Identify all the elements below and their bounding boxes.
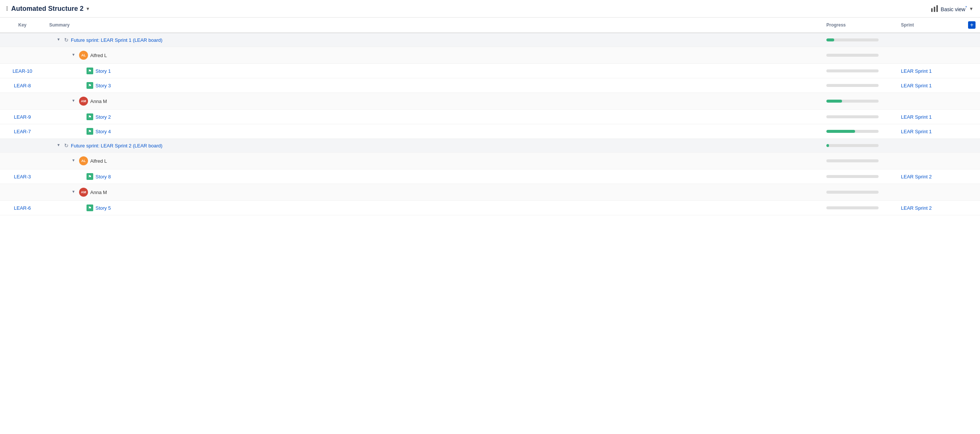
assignee-add-cell bbox=[964, 184, 980, 201]
story-summary-link[interactable]: Story 1 bbox=[95, 68, 111, 74]
story-key-link[interactable]: LEAR-6 bbox=[14, 205, 31, 211]
story-key-link[interactable]: LEAR-8 bbox=[14, 83, 31, 88]
story-key-link[interactable]: LEAR-3 bbox=[14, 174, 31, 179]
story-key-cell[interactable]: LEAR-3 bbox=[0, 169, 45, 184]
story-progress-cell bbox=[822, 110, 896, 124]
sprint-group-progress-cell bbox=[822, 139, 896, 153]
story-sprint-link[interactable]: LEAR Sprint 1 bbox=[901, 68, 932, 74]
col-header-progress: Progress bbox=[822, 18, 896, 33]
story-icon: ⚑ bbox=[86, 82, 93, 89]
table-row: LEAR-6 ⚑ Story 5 LEAR Sprint 2 bbox=[0, 201, 980, 215]
story-summary-cell: ⚑ Story 1 bbox=[45, 64, 822, 78]
sprint-group-summary-cell: ↻ Future sprint: LEAR Sprint 2 (LEAR boa… bbox=[45, 139, 822, 153]
progress-bar bbox=[826, 144, 878, 147]
sprint-group-label[interactable]: Future sprint: LEAR Sprint 2 (LEAR board… bbox=[71, 143, 162, 148]
table-header: Key Summary Progress Sprint + bbox=[0, 18, 980, 33]
progress-bar-fill bbox=[826, 100, 842, 103]
assignee-add-cell bbox=[964, 47, 980, 64]
assignee-sprint-cell bbox=[896, 153, 964, 169]
progress-bar-fill bbox=[826, 144, 829, 147]
story-summary-link[interactable]: Story 5 bbox=[95, 205, 111, 211]
sprint-group-summary-cell: ↻ Future sprint: LEAR Sprint 1 (LEAR boa… bbox=[45, 33, 822, 47]
assignee-name: Alfred L bbox=[90, 53, 107, 58]
col-header-add[interactable]: + bbox=[964, 18, 980, 33]
story-key-link[interactable]: LEAR-9 bbox=[14, 114, 31, 120]
progress-bar bbox=[826, 69, 878, 72]
progress-bar bbox=[826, 130, 878, 133]
sprint-group-chevron[interactable] bbox=[57, 37, 62, 43]
structure-icon: ⁞ bbox=[6, 5, 8, 13]
story-summary-link[interactable]: Story 2 bbox=[95, 114, 111, 120]
table-row: AL Alfred L bbox=[0, 47, 980, 64]
sprint-group-chevron[interactable] bbox=[57, 143, 62, 148]
sprint-group-label[interactable]: Future sprint: LEAR Sprint 1 (LEAR board… bbox=[71, 37, 162, 43]
progress-bar bbox=[826, 54, 878, 57]
avatar: AM bbox=[79, 188, 88, 197]
assignee-chevron[interactable] bbox=[72, 99, 77, 104]
sprint-group-progress-cell bbox=[822, 33, 896, 47]
story-key-link[interactable]: LEAR-10 bbox=[13, 68, 32, 74]
view-bar-3 bbox=[936, 5, 938, 12]
view-mode-icon bbox=[931, 5, 938, 12]
story-progress-cell bbox=[822, 64, 896, 78]
view-dropdown-icon[interactable]: ▾ bbox=[970, 6, 972, 11]
avatar: AL bbox=[79, 156, 88, 165]
story-summary-cell: ⚑ Story 8 bbox=[45, 169, 822, 184]
table-row: LEAR-9 ⚑ Story 2 LEAR Sprint 1 bbox=[0, 110, 980, 124]
progress-bar bbox=[826, 84, 878, 87]
story-progress-cell bbox=[822, 78, 896, 93]
col-header-sprint: Sprint bbox=[896, 18, 964, 33]
header-right: Basic view* ▾ bbox=[931, 5, 972, 12]
avatar: AL bbox=[79, 51, 88, 60]
story-summary-link[interactable]: Story 3 bbox=[95, 83, 111, 88]
assignee-chevron[interactable] bbox=[72, 158, 77, 163]
story-summary-cell: ⚑ Story 2 bbox=[45, 110, 822, 124]
assignee-key-cell bbox=[0, 93, 45, 110]
main-table: Key Summary Progress Sprint + ↻ Future s… bbox=[0, 18, 980, 215]
view-label[interactable]: Basic view* bbox=[941, 5, 967, 12]
sprint-group-key-cell bbox=[0, 139, 45, 153]
table-body: ↻ Future sprint: LEAR Sprint 1 (LEAR boa… bbox=[0, 33, 980, 215]
story-key-cell[interactable]: LEAR-9 bbox=[0, 110, 45, 124]
story-icon: ⚑ bbox=[86, 67, 93, 74]
title-dropdown-icon[interactable]: ▾ bbox=[86, 6, 89, 11]
progress-bar bbox=[826, 115, 878, 118]
assignee-sprint-cell bbox=[896, 93, 964, 110]
assignee-progress-cell bbox=[822, 153, 896, 169]
story-sprint-link[interactable]: LEAR Sprint 2 bbox=[901, 174, 932, 179]
add-column-button[interactable]: + bbox=[968, 21, 975, 29]
assignee-chevron[interactable] bbox=[72, 53, 77, 58]
assignee-chevron[interactable] bbox=[72, 190, 77, 195]
assignee-progress-cell bbox=[822, 184, 896, 201]
progress-bar-fill bbox=[826, 38, 834, 41]
story-sprint-link[interactable]: LEAR Sprint 2 bbox=[901, 205, 932, 211]
story-add-cell bbox=[964, 78, 980, 93]
table-row: LEAR-8 ⚑ Story 3 LEAR Sprint 1 bbox=[0, 78, 980, 93]
story-key-cell[interactable]: LEAR-10 bbox=[0, 64, 45, 78]
story-sprint-cell: LEAR Sprint 1 bbox=[896, 124, 964, 139]
assignee-summary-cell: AL Alfred L bbox=[45, 153, 822, 169]
story-summary-link[interactable]: Story 8 bbox=[95, 174, 111, 179]
story-key-link[interactable]: LEAR-7 bbox=[14, 129, 31, 134]
story-sprint-link[interactable]: LEAR Sprint 1 bbox=[901, 83, 932, 88]
story-progress-cell bbox=[822, 124, 896, 139]
story-key-cell[interactable]: LEAR-6 bbox=[0, 201, 45, 215]
story-key-cell[interactable]: LEAR-8 bbox=[0, 78, 45, 93]
story-progress-cell bbox=[822, 169, 896, 184]
assignee-key-cell bbox=[0, 153, 45, 169]
story-icon: ⚑ bbox=[86, 128, 93, 135]
story-add-cell bbox=[964, 110, 980, 124]
view-bar-1 bbox=[931, 8, 933, 12]
story-sprint-link[interactable]: LEAR Sprint 1 bbox=[901, 114, 932, 120]
assignee-sprint-cell bbox=[896, 184, 964, 201]
view-bar-2 bbox=[934, 7, 935, 12]
story-summary-link[interactable]: Story 4 bbox=[95, 129, 111, 134]
view-asterisk: * bbox=[966, 5, 967, 10]
assignee-sprint-cell bbox=[896, 47, 964, 64]
col-header-summary: Summary bbox=[45, 18, 822, 33]
progress-bar bbox=[826, 38, 878, 41]
story-sprint-link[interactable]: LEAR Sprint 1 bbox=[901, 129, 932, 134]
story-key-cell[interactable]: LEAR-7 bbox=[0, 124, 45, 139]
sprint-group-add-cell bbox=[964, 139, 980, 153]
progress-bar-fill bbox=[826, 130, 855, 133]
